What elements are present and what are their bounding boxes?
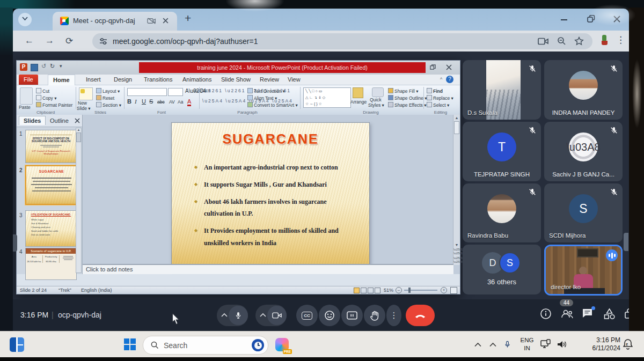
notification-bell-icon[interactable]: z [623,338,633,352]
powerpoint-window[interactable]: P ↺ ↻ ▾ training june 2024 - Microsoft P… [16,60,460,294]
new-slide-label1[interactable]: New [78,100,87,106]
ppt-restore-button[interactable] [430,64,436,70]
find-button[interactable]: Find [427,88,443,94]
font-color-button[interactable]: A [187,98,191,106]
leave-call-button[interactable] [406,305,435,326]
view-reading-button[interactable] [368,288,374,293]
select-button[interactable]: Select ▾ [427,102,449,108]
tab-slideshow[interactable]: Slide Show [216,75,255,85]
tab-transitions[interactable]: Transitions [139,75,177,85]
format-painter-button[interactable]: Format Painter [36,102,72,108]
tab-review[interactable]: Review [255,75,284,85]
browser-tab-meet[interactable]: Meet - ocp-qpvh-daj [53,12,177,31]
cut-button[interactable]: Cut [36,88,49,94]
active-speaker-tile[interactable]: director lko [544,245,623,296]
panel-close-icon[interactable] [75,118,80,123]
shape-outline-button[interactable]: Shape Outline ▾ [388,95,427,101]
section-button[interactable]: Section ▾ [96,102,121,108]
reload-button[interactable]: ⟳ [65,35,73,47]
tiles-scroll-handle[interactable] [624,233,628,251]
tray-mic-in-use-icon[interactable] [503,338,511,350]
camera-permission-icon[interactable] [538,37,548,46]
font-name-combobox[interactable] [127,88,167,96]
present-button[interactable] [341,305,363,326]
fit-to-window-button[interactable] [450,287,457,294]
bold-button[interactable]: B [127,98,131,105]
outline-tab[interactable]: Outline [47,117,72,124]
people-button[interactable] [560,308,574,322]
left-scroll-handle[interactable] [13,234,17,252]
browser-menu-icon[interactable]: ⋮ [616,34,625,46]
ppt-close-button[interactable] [446,64,452,70]
participant-tile[interactable]: INDRA MANI PANDEY [544,60,623,120]
view-slideshow-button[interactable] [375,288,380,293]
participant-tile[interactable]: D.s Sukala [463,60,541,120]
slides-tab[interactable]: Slides [19,116,46,125]
mic-options-chevron-icon[interactable] [221,313,228,318]
align-text-button[interactable]: Align Text ▾ [247,95,277,101]
back-button[interactable]: ← [25,35,34,46]
panel-scrollbar[interactable]: ▲ [76,128,82,273]
more-options-button[interactable]: ⋮ [386,305,401,326]
clear-strike-button[interactable]: abc [157,99,165,105]
slide-thumbnail-1[interactable]: EFFECT OF BIO-COMPOST ON SUGARCANE AND S… [25,130,77,163]
slide-thumbnail-2-selected[interactable]: SUGARCANE [25,165,78,205]
help-icon[interactable]: ? [446,76,453,83]
replace-button[interactable]: Replace ▾ [427,95,453,101]
copy-button[interactable]: Copy ▾ [36,95,56,101]
slide-thumbnail-4[interactable]: Scenario of sugarcane in U.P. Area26.53 … [25,248,77,280]
chat-button[interactable] [582,307,594,321]
paste-button[interactable]: Paste [19,105,31,110]
captions-button[interactable]: CC [296,305,318,326]
shape-fill-button[interactable]: Shape Fill ▾ [388,88,418,94]
camera-button[interactable] [267,306,287,325]
tab-design[interactable]: Design [109,75,137,85]
slide-thumbnail-3[interactable]: UTILIZATION OF SUGARCANE: White sugar Gu… [25,210,77,247]
participant-tile[interactable]: T TEJPRATAP SINGH [463,122,541,181]
zoom-out-button[interactable]: – [396,287,402,293]
ribbon-collapse-icon[interactable]: ^ [435,75,447,85]
underline-button[interactable]: U [142,98,146,105]
zoom-out-indicator-icon[interactable] [557,36,566,46]
qat-dropdown-icon[interactable]: ▾ [60,63,62,69]
change-case-button[interactable]: Aa [178,99,183,105]
volume-icon[interactable] [556,339,568,350]
shapes-gallery[interactable]: ╲ ╲ □ ○ ▭△ ∟ ↴ ⇓ ◇☆ ∼ { } ☆ [303,87,351,108]
bookmark-star-icon[interactable] [574,36,584,46]
quick-styles-icon[interactable] [372,87,384,97]
tab-file[interactable]: File [19,75,38,85]
slide-scrollbar[interactable]: ▲ ▼ \u25B2\u25B2 \u25BC\u25BC [453,115,460,265]
network-icon[interactable] [540,339,552,350]
participant-tile[interactable]: Ravindra Babu [463,183,541,242]
tray-chevron-up[interactable] [489,342,496,347]
arrange-icon[interactable] [353,87,363,98]
undo-icon[interactable]: ↺ [41,63,46,70]
zoom-slider-thumb[interactable] [408,288,411,293]
input-language-indicator[interactable]: ENGIN [518,336,536,352]
convert-smartart-button[interactable]: Convert to SmartArt ▾ [247,102,298,108]
layout-button[interactable]: Layout ▾ [96,88,120,94]
text-direction-button[interactable]: Text Direction ▾ [247,88,285,94]
shape-effects-button[interactable]: Shape Effects ▾ [388,102,426,108]
char-spacing-button[interactable]: AV [169,99,175,105]
edge-icon[interactable] [296,355,317,361]
paste-button-icon[interactable] [20,87,33,105]
host-controls-button[interactable] [624,307,635,322]
taskbar-overflow-chevron[interactable] [474,342,481,347]
camera-control[interactable] [255,305,287,326]
mic-control[interactable] [217,305,248,326]
scroll-down-icon[interactable]: ▼ [453,243,460,247]
copilot-icon[interactable]: PRE [272,334,292,355]
previous-slide-button[interactable]: \u25B2\u25B2 [453,248,460,255]
widgets-button[interactable] [10,337,24,352]
meeting-details-button[interactable] [540,308,552,322]
quick-styles-label1[interactable]: Quick [370,97,382,102]
view-sorter-button[interactable] [361,288,367,293]
others-tile[interactable]: D S 36 others [463,245,541,294]
participant-tile[interactable]: S SCDI Mijhora [544,183,623,242]
tab-home[interactable]: Home [48,75,75,85]
window-restore-button[interactable] [587,15,595,23]
site-controls-icon[interactable] [99,38,107,45]
window-minimize-button[interactable] [560,19,568,21]
notes-pane[interactable]: Click to add notes [83,264,453,274]
